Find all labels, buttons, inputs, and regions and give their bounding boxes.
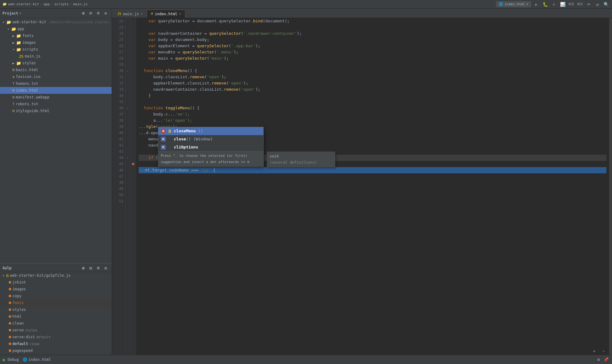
code-line-30: function closeMenu() { xyxy=(139,68,606,74)
new-file-button[interactable]: ⊕ xyxy=(80,10,87,17)
gulp-settings-button[interactable]: ⚙ xyxy=(102,265,109,271)
ac-icon-closemenu: m xyxy=(161,129,166,134)
gulp-locate-button[interactable]: ⌾ xyxy=(95,265,102,271)
bc-root[interactable]: web-starter-kit xyxy=(8,2,39,6)
debug-tab-bar: ● Debug 🌐 index.html ⚙ 📌 xyxy=(0,355,612,364)
gulp-remove-button[interactable]: ⊟ xyxy=(87,265,94,271)
tree-arrow-images: ▶ xyxy=(12,41,16,44)
code-line-37: body.c...'en'); xyxy=(139,111,606,117)
tree-item-styles-label: styles xyxy=(22,61,36,65)
tab-mainjs-close[interactable]: ✕ xyxy=(141,12,143,16)
tree-item-images[interactable]: ▶ 📁 images xyxy=(0,39,112,46)
editor-scrollbar[interactable] xyxy=(609,18,612,355)
code-line-26: var appbarElement = querySelector('.app-… xyxy=(139,43,606,49)
folder-icon-fonts: 📁 xyxy=(16,34,21,38)
folder-icon-app: 📁 xyxy=(11,27,16,31)
gulp-file-icon: G xyxy=(6,273,9,278)
code-line-24: var navdrawerContainer = querySelector('… xyxy=(139,30,606,37)
gulp-task-html-label: html xyxy=(12,314,21,319)
gulp-file-label: web-starter-kit/gulpfile.js xyxy=(10,273,71,278)
autocomplete-popup[interactable]: m 🔒 closeMenu () m 🔒 close() (Window) xyxy=(158,127,264,167)
bc-scripts[interactable]: scripts xyxy=(54,2,68,6)
ac-item-closemenu[interactable]: m 🔒 closeMenu () xyxy=(158,127,263,135)
tree-item-robots[interactable]: T robots.txt xyxy=(0,101,112,107)
gulp-task-default[interactable]: default clean xyxy=(0,340,112,347)
tree-item-styles[interactable]: ▶ 📁 styles xyxy=(0,60,112,66)
coverage-button[interactable]: ⚡ xyxy=(550,1,557,8)
tree-item-robots-label: robots.txt xyxy=(16,102,38,106)
file-icon-basichtml: H xyxy=(12,68,15,72)
ac-item-close[interactable]: m 🔒 close() (Window) xyxy=(158,135,263,143)
tree-item-favicon[interactable]: ◈ favicon.ico xyxy=(0,73,112,80)
tree-item-indexhtml[interactable]: H index.html xyxy=(0,87,112,94)
code-line-27: var menuBtn = querySelector('.menu'); xyxy=(139,49,606,55)
vcs-button[interactable]: VCS xyxy=(568,1,575,8)
gulp-add-button[interactable]: ⊕ xyxy=(80,265,87,271)
gulp-task-serve-dist[interactable]: serve:dist default xyxy=(0,334,112,340)
gulp-task-jshint[interactable]: jshint xyxy=(0,279,112,286)
debug-panel-actions: ⚙ 📌 xyxy=(595,356,610,363)
folder-icon-styles: 📁 xyxy=(16,61,21,66)
tree-item-app[interactable]: ▾ 📁 app xyxy=(0,25,112,32)
folder-icon-images: 📁 xyxy=(16,40,21,45)
gulp-task-serve[interactable]: serve styles xyxy=(0,327,112,334)
gulp-task-jshint-label: jshint xyxy=(12,280,26,284)
code-line-47 xyxy=(139,173,606,180)
gulp-file-item[interactable]: ▾ G web-starter-kit/gulpfile.js xyxy=(0,272,112,279)
gulp-task-styles[interactable]: styles xyxy=(0,306,112,313)
tree-item-styleguide[interactable]: H styleguide.html xyxy=(0,107,112,114)
code-line-22: var querySelector = document.querySelect… xyxy=(139,18,606,24)
tree-item-manifest[interactable]: W manifest.webapp xyxy=(0,94,112,101)
collapse-all-button[interactable]: ⊟ xyxy=(87,10,94,17)
gulp-section: Gulp ⊕ ⊟ ⌾ ⚙ ▾ G web-starter-kit/gulpfil… xyxy=(0,263,112,355)
tree-item-mainjs[interactable]: JS main.js xyxy=(0,53,112,60)
run-config-selector[interactable]: 🌐 index.html ▾ xyxy=(496,1,531,7)
tree-root[interactable]: ▾ 📁 web-starter-kit ~/WebstormProjects/w… xyxy=(0,19,112,25)
gulp-task-fonts[interactable]: fonts xyxy=(0,299,112,306)
gulp-dot-fonts xyxy=(9,302,11,304)
tree-item-indexhtml-label: index.html xyxy=(16,88,38,93)
gulp-task-fonts-label: fonts xyxy=(12,301,24,305)
fold-gutter: ▾ ▾ xyxy=(126,18,130,355)
run-button[interactable]: ▶ xyxy=(533,1,540,8)
tab-indexhtml-close[interactable]: ✕ xyxy=(179,12,181,16)
gulp-task-clean[interactable]: clean xyxy=(0,320,112,327)
ac-item-clioptions[interactable]: m 🔒 cliOptions xyxy=(158,143,263,151)
locate-button[interactable]: ⌾ xyxy=(95,10,102,17)
gulp-task-images[interactable]: images xyxy=(0,286,112,293)
search-everywhere-button[interactable]: 🔍 xyxy=(603,1,610,8)
revert-button[interactable]: ↺ xyxy=(594,1,601,8)
ac-footer: Press ^. to choose the selected (or firs… xyxy=(158,151,263,166)
debug-settings-button[interactable]: ⚙ xyxy=(595,356,602,363)
code-line-33: navdrawerContainer.classList.remove('ope… xyxy=(139,86,606,93)
tab-mainjs[interactable]: JS main.js ✕ xyxy=(113,10,147,18)
code-line-25: var body = document.body; xyxy=(139,37,606,43)
gulp-task-html[interactable]: html xyxy=(0,313,112,320)
debug-pin-button[interactable]: 📌 xyxy=(603,356,610,363)
gulp-tree-arrow: ▾ xyxy=(2,274,6,277)
tree-item-fonts[interactable]: ▶ 📁 fonts xyxy=(0,32,112,39)
profiler-button[interactable]: 📊 xyxy=(559,1,566,8)
gulp-task-copy[interactable]: copy xyxy=(0,293,112,299)
tree-item-scripts[interactable]: ▾ 📁 scripts xyxy=(0,46,112,53)
fold-arrow-36: ▾ xyxy=(127,107,128,110)
code-content[interactable]: var querySelector = document.querySelect… xyxy=(136,18,609,355)
line-numbers: 22 23 24 25 26 27 28 29 30 31 32 33 34 3… xyxy=(112,18,126,355)
tree-item-basichtml[interactable]: H basic.html xyxy=(0,66,112,73)
bc-app[interactable]: app xyxy=(44,2,50,6)
gulp-task-images-label: images xyxy=(12,287,26,291)
bc-file[interactable]: main.js xyxy=(73,2,87,6)
gulp-header-actions: ⊕ ⊟ ⌾ ⚙ xyxy=(80,265,109,271)
tab-indexhtml-label: index.html xyxy=(155,12,177,16)
tab-indexhtml[interactable]: H index.html ✕ xyxy=(147,10,185,18)
gulp-task-pagespeed[interactable]: pagespeed xyxy=(0,347,112,354)
settings-button[interactable]: ⚙ xyxy=(102,10,109,17)
code-line-38: a...'le('open'); xyxy=(139,117,606,124)
vcs2-button[interactable]: VCS xyxy=(577,1,583,8)
debug-run-button[interactable]: 🐛 xyxy=(542,1,549,8)
tree-item-humans[interactable]: T humans.txt xyxy=(0,80,112,87)
gulp-task-serve-dist-suffix: default xyxy=(36,335,50,339)
project-label: Project xyxy=(2,11,18,16)
bottom-panel: ● Debug 🌐 index.html ⚙ 📌 Debugger Consol… xyxy=(0,355,612,364)
terminal-button[interactable]: ⌨ xyxy=(585,1,592,8)
